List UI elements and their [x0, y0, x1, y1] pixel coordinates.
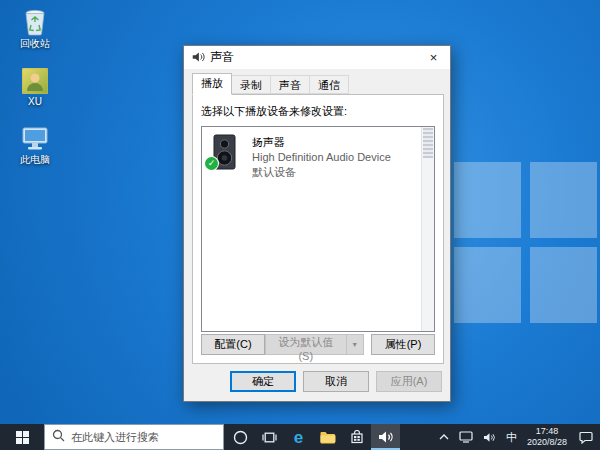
- network-icon: [459, 431, 473, 443]
- action-center-button[interactable]: [572, 424, 600, 450]
- list-scrollbar[interactable]: [421, 127, 434, 331]
- instruction-text: 选择以下播放设备来修改设置:: [201, 104, 435, 119]
- dialog-button-row: 确定 取消 应用(A): [230, 371, 442, 392]
- set-default-split-button: 设为默认值(S) ▼: [265, 334, 364, 355]
- windows-logo-icon: [16, 431, 29, 444]
- desktop-icon-recycle-bin[interactable]: 回收站: [4, 6, 66, 50]
- task-view-icon: [262, 430, 277, 445]
- scrollbar-thumb[interactable]: [423, 128, 433, 158]
- folder-icon: [320, 431, 336, 444]
- chevron-up-icon: [439, 434, 449, 440]
- hidden-icons-button[interactable]: [434, 424, 454, 450]
- speaker-icon: [191, 50, 205, 66]
- edge-button[interactable]: e: [284, 424, 313, 450]
- start-button[interactable]: [0, 424, 44, 450]
- sound-app-button[interactable]: [371, 424, 400, 450]
- recycle-bin-icon: [23, 6, 47, 36]
- store-icon: [350, 430, 364, 444]
- tab-strip: 播放 录制 声音 通信: [192, 75, 348, 95]
- set-default-button[interactable]: 设为默认值(S): [265, 334, 346, 355]
- screen: 回收站 XU 此电脑: [0, 0, 600, 450]
- device-item-speakers[interactable]: ✓ 扬声器 High Definition Audio Device 默认设备: [202, 127, 434, 187]
- cancel-button[interactable]: 取消: [303, 371, 369, 392]
- tab-sounds[interactable]: 声音: [270, 75, 310, 94]
- search-input[interactable]: [71, 431, 216, 443]
- windows-logo-pane: [454, 247, 521, 323]
- desktop-icon-label: 回收站: [20, 38, 50, 50]
- windows-logo-pane: [530, 247, 597, 323]
- playback-device-list[interactable]: ✓ 扬声器 High Definition Audio Device 默认设备: [201, 126, 435, 332]
- task-icons: e: [226, 424, 400, 450]
- speaker-icon: [378, 430, 394, 444]
- ok-button[interactable]: 确定: [230, 371, 296, 392]
- network-tray-button[interactable]: [454, 424, 478, 450]
- device-driver: High Definition Audio Device: [252, 150, 391, 165]
- tab-recording[interactable]: 录制: [231, 75, 271, 94]
- windows-logo-pane: [454, 162, 521, 238]
- dialog-title-bar[interactable]: 声音 ×: [184, 46, 450, 69]
- tab-playback[interactable]: 播放: [192, 73, 232, 95]
- cortana-button[interactable]: [226, 424, 255, 450]
- input-method-indicator[interactable]: 中: [501, 424, 522, 450]
- clock-date: 2020/8/28: [527, 437, 567, 448]
- device-status: 默认设备: [252, 165, 391, 180]
- edge-icon: e: [294, 429, 303, 446]
- notification-icon: [579, 431, 593, 444]
- dialog-title: 声音: [210, 49, 234, 66]
- volume-icon: [483, 432, 496, 443]
- task-view-button[interactable]: [255, 424, 284, 450]
- desktop-icon-user-picture[interactable]: XU: [4, 64, 66, 108]
- file-explorer-button[interactable]: [313, 424, 342, 450]
- panel-button-row: 配置(C) 设为默认值(S) ▼ 属性(P): [201, 334, 435, 355]
- taskbar: e 中 17:48 2020/: [0, 424, 600, 450]
- properties-button[interactable]: 属性(P): [371, 334, 435, 355]
- store-button[interactable]: [342, 424, 371, 450]
- clock-time: 17:48: [536, 426, 559, 437]
- user-picture-icon: [22, 64, 48, 94]
- desktop-icon-label: XU: [28, 96, 42, 108]
- desktop-icon-label: 此电脑: [20, 154, 50, 166]
- set-default-dropdown-button[interactable]: ▼: [346, 334, 364, 355]
- sound-dialog: 声音 × 播放 录制 声音 通信 选择以下播放设备来修改设置:: [183, 45, 451, 402]
- tab-communications[interactable]: 通信: [309, 75, 349, 94]
- windows-logo-pane: [530, 162, 597, 238]
- speaker-device-icon: ✓: [208, 134, 242, 170]
- search-icon: [52, 428, 65, 446]
- playback-tab-panel: 选择以下播放设备来修改设置: ✓ 扬声器 High De: [192, 94, 444, 364]
- device-name: 扬声器: [252, 135, 391, 150]
- volume-tray-button[interactable]: [478, 424, 501, 450]
- configure-button[interactable]: 配置(C): [201, 334, 265, 355]
- taskbar-clock[interactable]: 17:48 2020/8/28: [522, 424, 572, 450]
- taskbar-search[interactable]: [44, 424, 224, 450]
- apply-button[interactable]: 应用(A): [376, 371, 442, 392]
- default-device-check-icon: ✓: [205, 157, 218, 170]
- desktop-icon-this-pc[interactable]: 此电脑: [4, 122, 66, 166]
- close-button[interactable]: ×: [417, 46, 450, 69]
- this-pc-icon: [21, 122, 49, 152]
- system-tray: 中 17:48 2020/8/28: [434, 424, 600, 450]
- cortana-icon: [233, 430, 248, 445]
- device-text: 扬声器 High Definition Audio Device 默认设备: [252, 134, 391, 180]
